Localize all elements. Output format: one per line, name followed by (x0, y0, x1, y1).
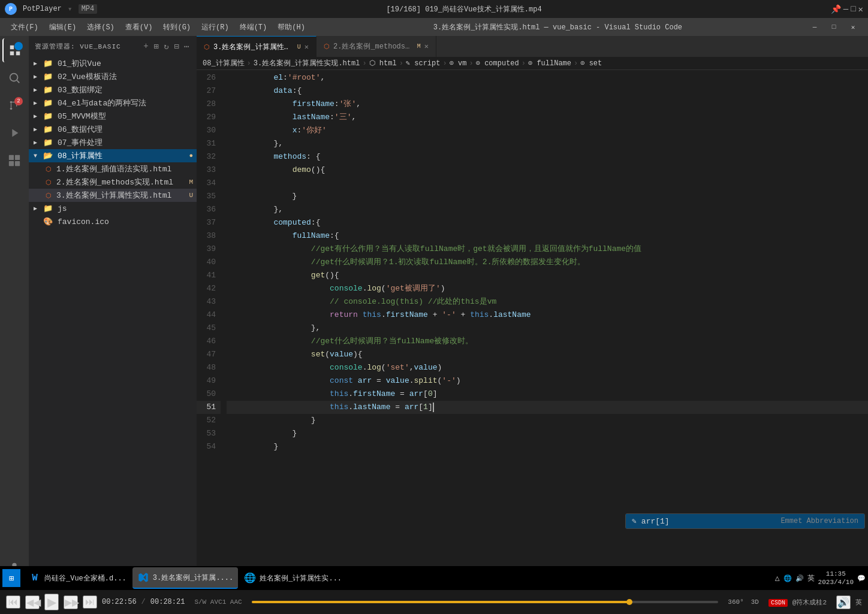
media-format: MP4 (79, 4, 98, 14)
code-line-53: } (227, 427, 868, 440)
ln-46: 46 (197, 335, 221, 348)
code-editor[interactable]: 26 27 28 29 30 31 32 33 34 35 36 37 38 3… (197, 70, 868, 601)
menu-help[interactable]: 帮助(H) (273, 20, 310, 35)
restore-btn[interactable]: □ (851, 4, 855, 14)
media-rewind-btn[interactable]: ◀◀ (25, 595, 40, 609)
media-3d[interactable]: 3D (751, 598, 759, 606)
bc-computed[interactable]: ⊙ computed (476, 59, 519, 68)
vscode-restore[interactable]: □ (825, 21, 843, 33)
browser-icon: 🌐 (244, 572, 256, 584)
vscode-container: 文件(F) 编辑(E) 选择(S) 查看(V) 转到(G) 运行(R) 终端(T… (0, 18, 868, 614)
tree-label: 04_el与data的两种写法 (58, 98, 146, 108)
tray-volume-icon[interactable]: 🔊 (795, 574, 804, 582)
ln-44: 44 (197, 308, 221, 322)
taskbar: ⊞ W 尚硅谷_Vue全家桶.d... 3.姓名案例_计算属.... 🌐 姓名案… (0, 566, 868, 590)
tree-item-08[interactable]: ▼ 📂 08_计算属性 ● (29, 149, 197, 162)
tree-item-02[interactable]: ▶ 📁 02_Vue模板语法 (29, 70, 197, 83)
activity-run[interactable] (2, 121, 26, 145)
new-folder-btn[interactable]: ⊞ (152, 40, 160, 53)
tab-close-2[interactable]: ✕ (424, 42, 429, 51)
bc-html[interactable]: ⬡ html (369, 59, 397, 68)
bc-fullname[interactable]: ⊙ fullName (528, 59, 571, 68)
bc-folder[interactable]: 08_计算属性 (203, 58, 245, 68)
bc-file[interactable]: 3.姓名案例_计算属性实现.html (254, 58, 360, 68)
ln-40: 40 (197, 256, 221, 269)
tab-close-3[interactable]: ✕ (305, 43, 309, 52)
media-forward-btn[interactable]: ▶▶ (64, 595, 78, 609)
tab-name-2: 2.姓名案例_methods实现.html (333, 41, 414, 52)
tree-item-04[interactable]: ▶ 📁 04_el与data的两种写法 (29, 96, 197, 110)
tree-item-js[interactable]: ▶ 📁 js (29, 202, 197, 215)
tree-item-01[interactable]: ▶ 📁 01_初识Vue (29, 57, 197, 70)
activity-extensions[interactable] (2, 149, 26, 173)
tray-notification[interactable]: 💬 (857, 574, 866, 582)
tree-item-03[interactable]: ▶ 📁 03_数据绑定 (29, 83, 197, 96)
tree-item-07[interactable]: ▶ 📁 07_事件处理 (29, 136, 197, 149)
bc-sep-6: › (522, 59, 526, 68)
activity-source-control[interactable]: 2 (2, 93, 26, 117)
media-lang[interactable]: 英 (855, 598, 862, 607)
ln-32: 32 (197, 150, 221, 164)
tree-item-file-2[interactable]: ⬡ 2.姓名案例_methods实现.html M (29, 176, 197, 189)
bc-script[interactable]: ✎ script (406, 59, 441, 68)
menu-select[interactable]: 选择(S) (82, 20, 119, 35)
sidebar-tree: ▶ 📁 01_初识Vue ▶ 📁 02_Vue模板语法 ▶ 📁 03_数据绑定 … (29, 57, 197, 614)
media-volume-btn[interactable]: 🔊 (836, 595, 851, 609)
tray-network-icon[interactable]: 🌐 (783, 574, 792, 582)
menu-goto[interactable]: 转到(G) (158, 20, 195, 35)
taskbar-start-btn[interactable]: ⊞ (2, 569, 20, 587)
menu-run[interactable]: 运行(R) (197, 20, 234, 35)
arrow-icon: ▶ (34, 99, 41, 107)
minimize-btn[interactable]: — (843, 4, 848, 14)
tab-2[interactable]: ⬡ 2.姓名案例_methods实现.html M ✕ (317, 36, 436, 57)
media-progress-bar[interactable] (252, 601, 719, 603)
taskbar-item-vscode[interactable]: 3.姓名案例_计算属.... (132, 567, 238, 589)
autocomplete-item-1[interactable]: ✎ arr[1] Emmet Abbreviation (626, 514, 864, 528)
taskbar-item-browser[interactable]: 🌐 姓名案例_计算属性实... (239, 567, 346, 589)
tab-3[interactable]: ⬡ 3.姓名案例_计算属性实现.html U ✕ (197, 36, 317, 57)
tree-label: favicon.ico (58, 217, 109, 226)
close-btn[interactable]: ✕ (858, 4, 863, 14)
ln-43: 43 (197, 295, 221, 308)
bc-vm[interactable]: ⊙ vm (450, 59, 467, 68)
media-play-btn[interactable]: ▶ (44, 594, 59, 610)
vscode-close[interactable]: ✕ (844, 21, 862, 33)
taskbar-item-word[interactable]: W 尚硅谷_Vue全家桶.d... (24, 567, 131, 589)
potplayer-logo[interactable]: P (5, 3, 17, 15)
autocomplete-popup[interactable]: ✎ arr[1] Emmet Abbreviation (625, 513, 865, 529)
menu-edit[interactable]: 编辑(E) (44, 20, 82, 35)
tree-item-file-1[interactable]: ⬡ 1.姓名案例_插值语法实现.html (29, 162, 197, 176)
menu-file[interactable]: 文件(F) (6, 20, 43, 35)
vscode-minimize[interactable]: — (806, 21, 824, 33)
ln-39: 39 (197, 243, 221, 256)
folder-icon: 📁 (43, 59, 53, 68)
code-line-43: // console.log(this) //此处的this是vm (227, 295, 868, 308)
autocomplete-item-text: arr[1] (641, 517, 776, 526)
more-actions-btn[interactable]: ⋯ (183, 40, 191, 53)
media-next-btn[interactable]: ⏭ (83, 595, 97, 609)
arrow-icon: ▶ (34, 113, 41, 120)
tray-ime[interactable]: 英 (807, 573, 815, 583)
menu-view[interactable]: 查看(V) (120, 20, 158, 35)
tree-item-06[interactable]: ▶ 📁 06_数据代理 (29, 123, 197, 136)
media-progress-thumb (626, 599, 632, 605)
refresh-btn[interactable]: ↻ (162, 40, 170, 53)
bc-sep-4: › (442, 59, 447, 68)
code-line-29: lastName:'三', (227, 111, 868, 124)
code-line-46: //get什么时候调用？当fullName被修改时。 (227, 335, 868, 348)
pin-icon[interactable]: 📌 (831, 4, 841, 14)
media-360[interactable]: 360° (728, 598, 743, 606)
taskbar-vscode-label: 3.姓名案例_计算属.... (153, 573, 233, 583)
tray-expand-icon[interactable]: △ (775, 573, 780, 583)
tree-item-file-3[interactable]: ⬡ 3.姓名案例_计算属性实现.html U (29, 189, 197, 202)
bc-set[interactable]: ⊙ set (580, 59, 602, 68)
new-file-btn[interactable]: + (142, 40, 150, 53)
activity-search[interactable] (2, 66, 26, 90)
tree-item-favicon[interactable]: 🎨 favicon.ico (29, 215, 197, 228)
activity-explorer[interactable] (2, 38, 26, 62)
menu-terminal[interactable]: 终端(T) (235, 20, 272, 35)
media-prev-btn[interactable]: ⏮ (6, 595, 20, 609)
tree-item-05[interactable]: ▶ 📁 05_MVVM模型 (29, 110, 197, 123)
ln-26: 26 (197, 71, 221, 84)
collapse-btn[interactable]: ⊟ (173, 40, 180, 53)
